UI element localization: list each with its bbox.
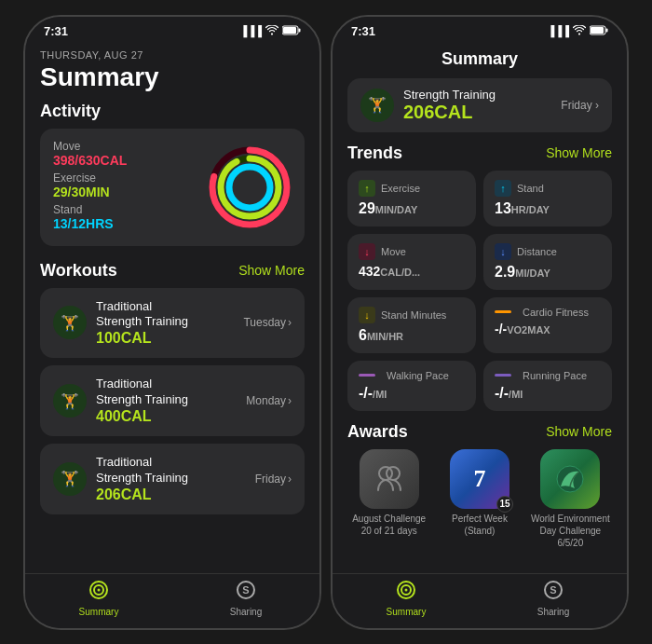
trend-move[interactable]: ↓ Move 432CAL/D...: [347, 234, 476, 290]
workout-item-2[interactable]: 🏋 TraditionalStrength Training 400CAL Mo…: [40, 365, 305, 436]
tab-sharing-label-right: Sharing: [537, 607, 569, 617]
trend-move-arrow: ↓: [359, 243, 375, 260]
left-screen-content: THURSDAY, AUG 27 Summary Activity Move 3…: [25, 42, 319, 573]
right-signal-icon: ▐▐▐: [548, 25, 569, 36]
trend-stand[interactable]: ↑ Stand 13HR/DAY: [483, 171, 612, 226]
trend-running-value: -/-/MI: [495, 385, 601, 402]
award-perfect-week[interactable]: 7 15 Perfect Week(Stand): [438, 449, 521, 549]
trend-running-pace[interactable]: Running Pace -/-/MI: [483, 361, 612, 411]
trends-section: Trends Show More ↑ Exercise 29MIN/DAY ↑ …: [333, 144, 627, 411]
summary-workout[interactable]: 🏋 Strength Training 206CAL Friday ›: [347, 78, 612, 132]
trend-walking-pace[interactable]: Walking Pace -/-/MI: [347, 361, 476, 411]
workout-info-2: TraditionalStrength Training 400CAL: [96, 377, 246, 425]
workout-item-1[interactable]: 🏋 TraditionalStrength Training 100CAL Tu…: [40, 288, 305, 359]
workouts-title: Workouts: [40, 261, 117, 281]
exercise-value: 29/30MIN: [53, 185, 208, 199]
activity-card: Move 398/630CAL Exercise 29/30MIN Stand …: [40, 129, 305, 246]
summary-tab-icon: [88, 580, 109, 605]
trend-running-header: Running Pace: [495, 370, 601, 381]
award-perfect-num: 15: [496, 496, 513, 513]
activity-stats: Move 398/630CAL Exercise 29/30MIN Stand …: [53, 140, 208, 235]
trend-walking-value: -/-/MI: [359, 385, 465, 402]
trend-cardio-line: [495, 310, 511, 313]
workout-day-3: Friday ›: [255, 473, 292, 486]
tab-summary-label-left: Summary: [79, 607, 119, 617]
trend-distance-value: 2.9MI/DAY: [495, 264, 601, 281]
award-perfect-label: Perfect Week(Stand): [452, 513, 508, 537]
svg-text:S: S: [550, 584, 556, 596]
left-time: 7:31: [44, 24, 68, 38]
trend-cardio[interactable]: Cardio Fitness -/-VO2MAX: [483, 297, 612, 353]
right-summary-tab-icon: [396, 580, 416, 605]
trends-grid: ↑ Exercise 29MIN/DAY ↑ Stand 13HR/DAY: [347, 171, 612, 411]
trend-distance-name: Distance: [517, 246, 557, 257]
date-label: THURSDAY, AUG 27: [40, 49, 305, 61]
award-environment[interactable]: World EnvironmentDay Challenge6/5/20: [529, 449, 612, 549]
workouts-show-more[interactable]: Show More: [238, 263, 305, 278]
trend-exercise-header: ↑ Exercise: [359, 180, 465, 197]
trend-exercise-name: Exercise: [381, 183, 420, 194]
awards-header: Awards Show More: [347, 422, 612, 442]
trend-cardio-header: Cardio Fitness: [495, 307, 601, 318]
right-status-icons: ▐▐▐: [548, 25, 608, 37]
summary-workout-cal: 206CAL: [403, 102, 561, 123]
trends-show-more[interactable]: Show More: [546, 145, 612, 160]
trend-stand-arrow: ↑: [495, 180, 511, 197]
tab-summary-left[interactable]: Summary: [25, 580, 172, 617]
trend-walking-header: Walking Pace: [359, 370, 465, 381]
activity-section-header: Activity: [40, 102, 305, 121]
trend-exercise-value: 29MIN/DAY: [359, 200, 465, 217]
svg-rect-15: [591, 27, 604, 34]
left-status-bar: 7:31 ▐▐▐: [25, 17, 319, 42]
trends-title: Trends: [347, 144, 402, 163]
workout-info-1: TraditionalStrength Training 100CAL: [96, 299, 243, 348]
summary-workout-info: Strength Training 206CAL: [403, 88, 561, 123]
trend-stand-value: 13HR/DAY: [495, 200, 601, 217]
stand-label: Stand: [53, 203, 208, 216]
tab-sharing-left[interactable]: S Sharing: [172, 580, 319, 617]
stand-value: 13/12HRS: [53, 216, 208, 231]
award-perfect-icon: 7: [473, 465, 485, 493]
workout-name-1: TraditionalStrength Training: [96, 299, 243, 331]
workout-cal-1: 100CAL: [96, 330, 243, 347]
activity-rings: [208, 145, 292, 229]
trend-stand-header: ↑ Stand: [495, 180, 601, 197]
move-stat: Move 398/630CAL: [53, 140, 208, 168]
tab-sharing-right[interactable]: S Sharing: [480, 580, 627, 617]
workout-name-3: TraditionalStrength Training: [96, 455, 255, 486]
stand-stat: Stand 13/12HRS: [53, 203, 208, 231]
workout-info-3: TraditionalStrength Training 206CAL: [96, 455, 255, 503]
right-phone: 7:31 ▐▐▐ Summary: [331, 15, 629, 630]
trends-header: Trends Show More: [347, 144, 612, 163]
right-battery-icon: [590, 25, 608, 37]
exercise-label: Exercise: [53, 171, 208, 185]
award-august[interactable]: August Challenge20 of 21 days: [347, 449, 430, 549]
trend-move-header: ↓ Move: [359, 243, 465, 260]
award-env-label: World EnvironmentDay Challenge6/5/20: [531, 513, 610, 549]
workouts-section-header: Workouts Show More: [40, 261, 305, 281]
summary-workout-name: Strength Training: [403, 88, 561, 102]
award-august-label: August Challenge20 of 21 days: [352, 513, 426, 537]
trend-stand-minutes[interactable]: ↓ Stand Minutes 6MIN/HR: [347, 297, 476, 353]
tab-summary-right[interactable]: Summary: [333, 580, 480, 617]
trend-move-value: 432CAL/D...: [359, 264, 465, 279]
awards-show-more[interactable]: Show More: [546, 424, 612, 439]
tab-sharing-label-left: Sharing: [230, 607, 262, 617]
left-tab-bar: Summary S Sharing: [25, 573, 319, 628]
award-badge-env: [540, 449, 600, 509]
workout-name-2: TraditionalStrength Training: [96, 377, 246, 408]
svg-rect-16: [606, 28, 608, 32]
workout-item-3[interactable]: 🏋 TraditionalStrength Training 206CAL Fr…: [40, 444, 305, 514]
awards-title: Awards: [347, 422, 408, 442]
trend-exercise[interactable]: ↑ Exercise 29MIN/DAY: [347, 171, 476, 226]
trend-distance[interactable]: ↓ Distance 2.9MI/DAY: [483, 234, 612, 290]
workout-cal-2: 400CAL: [96, 408, 246, 425]
trend-move-name: Move: [381, 246, 406, 257]
trend-stand-min-header: ↓ Stand Minutes: [359, 307, 465, 323]
awards-section: Awards Show More August Challenge20 of 2…: [333, 422, 627, 549]
svg-point-11: [98, 588, 101, 591]
right-tab-bar: Summary S Sharing: [333, 573, 627, 628]
trend-running-line: [495, 374, 511, 377]
workout-icon-3: 🏋: [53, 462, 87, 496]
svg-point-8: [229, 167, 270, 208]
